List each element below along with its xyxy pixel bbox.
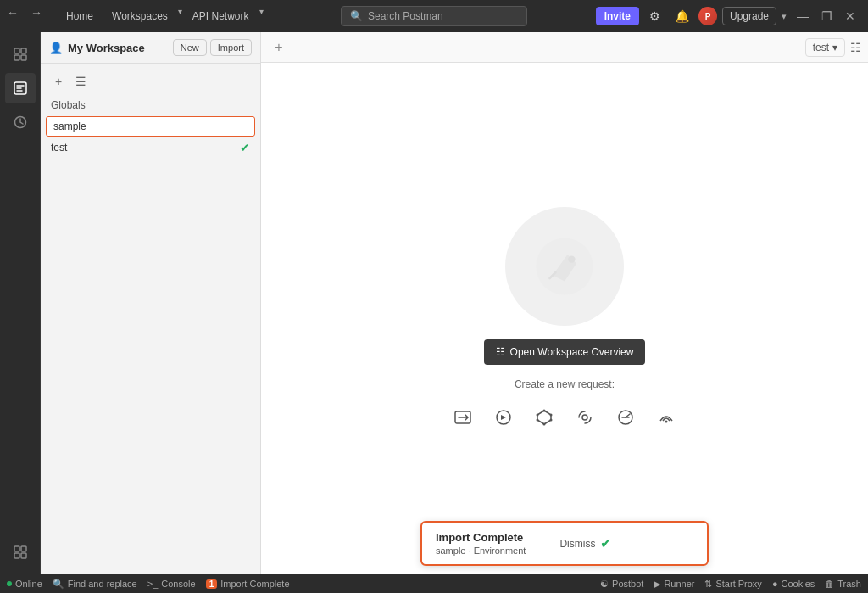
import-complete-label: Import Complete [220, 579, 289, 589]
postbot-label: Postbot [612, 579, 643, 589]
svg-rect-2 [14, 55, 19, 60]
proxy-status[interactable]: ⇅ Start Proxy [704, 579, 761, 590]
env-active-check: ✔ [240, 141, 250, 154]
trash-label: Trash [837, 579, 861, 589]
socketio-request-button[interactable] [612, 404, 639, 431]
svg-point-19 [537, 418, 539, 421]
grpc-request-button[interactable] [490, 404, 517, 431]
proxy-icon: ⇅ [704, 579, 712, 590]
svg-rect-0 [14, 48, 19, 53]
api-network-arrow: ▾ [259, 7, 264, 25]
tab-workspaces[interactable]: Workspaces [103, 7, 176, 25]
panel-actions: New Import [173, 39, 252, 56]
runner-status[interactable]: ▶ Runner [654, 579, 694, 590]
svg-rect-1 [21, 48, 26, 53]
new-tab-button[interactable]: + [268, 36, 290, 59]
empty-state: ☷ Open Workspace Overview Create a new r… [261, 63, 868, 574]
create-new-request-label: Create a new request: [515, 378, 615, 390]
sidebar-item-history[interactable] [5, 107, 36, 137]
import-notification: Import Complete sample · Environment Dis… [420, 521, 709, 566]
titlebar: ← → Home Workspaces ▾ API Network ▾ 🔍 Se… [0, 0, 868, 32]
nav-forward-button[interactable]: → [31, 6, 51, 26]
console-label: Console [161, 579, 195, 589]
import-item: sample [436, 545, 465, 556]
main-content: + test ▾ ☷ ☷ Open Workspace Overview [261, 32, 868, 574]
import-subtitle: sample · Environment [436, 545, 526, 556]
upgrade-arrow: ▾ [782, 11, 787, 22]
dismiss-button[interactable]: Dismiss ✔ [559, 535, 611, 551]
graphql-request-button[interactable] [531, 404, 558, 431]
create-request-icons [449, 404, 680, 431]
workspaces-arrow: ▾ [178, 7, 182, 25]
runner-icon: ▶ [654, 579, 660, 590]
titlebar-right: Invite ⚙ 🔔 P Upgrade ▾ — ❐ ✕ [576, 5, 861, 27]
console-status[interactable]: >_ Console [147, 579, 196, 589]
titlebar-center: 🔍 Search Postman [292, 6, 576, 26]
console-icon: >_ [147, 579, 159, 589]
svg-point-24 [665, 420, 668, 422]
sidebar-item-collections[interactable] [5, 39, 36, 70]
mqtt-request-button[interactable] [653, 404, 680, 431]
search-bar[interactable]: 🔍 Search Postman [341, 6, 527, 26]
left-panel: 👤 My Workspace New Import + ☰ Globals sa… [41, 32, 261, 574]
close-button[interactable]: ✕ [839, 5, 861, 27]
trash-icon: 🗑 [825, 579, 834, 589]
nav-back-button[interactable]: ← [7, 6, 27, 26]
http-request-button[interactable] [449, 404, 476, 431]
import-title: Import Complete [436, 531, 526, 544]
svg-rect-7 [21, 546, 26, 551]
main-tab-bar: + test ▾ ☷ [261, 32, 868, 63]
online-status[interactable]: Online [7, 579, 42, 589]
filter-env-button[interactable]: ☰ [71, 72, 90, 91]
env-selector-label: test [813, 42, 829, 53]
env-toolbar: + ☰ [41, 69, 260, 94]
trash-status[interactable]: 🗑 Trash [825, 579, 861, 589]
invite-button[interactable]: Invite [596, 7, 639, 25]
tab-home[interactable]: Home [58, 7, 102, 25]
overview-icon: ☷ [496, 346, 505, 358]
titlebar-left: ← → Home Workspaces ▾ API Network ▾ [7, 6, 292, 26]
env-item-sample[interactable]: sample [46, 116, 255, 137]
dismiss-check-icon: ✔ [600, 535, 611, 551]
import-button[interactable]: Import [210, 39, 252, 56]
add-env-button[interactable]: + [49, 72, 68, 91]
svg-point-15 [543, 409, 546, 411]
svg-point-17 [550, 418, 553, 421]
sidebar-item-apps[interactable] [5, 537, 36, 568]
minimize-button[interactable]: — [792, 5, 814, 27]
sidebar-icons [0, 32, 41, 574]
notifications-icon-button[interactable]: 🔔 [671, 5, 693, 27]
env-item-test[interactable]: test ✔ [41, 137, 260, 159]
svg-point-21 [582, 415, 587, 420]
env-globals-section[interactable]: Globals [41, 94, 260, 116]
empty-state-icon [505, 207, 624, 326]
postbot-status[interactable]: ☯ Postbot [600, 579, 643, 590]
new-button[interactable]: New [173, 39, 207, 56]
find-replace-status[interactable]: 🔍 Find and replace [53, 579, 137, 590]
env-selector-arrow: ▾ [832, 42, 837, 53]
import-complete-status[interactable]: 1 Import Complete [206, 579, 290, 589]
websocket-request-button[interactable] [571, 404, 598, 431]
svg-point-20 [537, 413, 539, 416]
svg-point-11 [568, 255, 575, 262]
cookies-status[interactable]: ● Cookies [772, 579, 815, 589]
sidebar-item-environments[interactable] [5, 73, 36, 103]
maximize-button[interactable]: ❐ [815, 5, 837, 27]
titlebar-tabs: Home Workspaces ▾ API Network ▾ [58, 7, 264, 25]
import-info: Import Complete sample · Environment [436, 531, 526, 556]
tab-api-network[interactable]: API Network [184, 7, 258, 25]
svg-rect-6 [14, 546, 19, 551]
settings-icon-button[interactable]: ⚙ [644, 5, 666, 27]
env-item-sample-name: sample [53, 120, 86, 132]
env-selector[interactable]: test ▾ [805, 38, 845, 57]
avatar[interactable]: P [698, 7, 717, 25]
svg-point-18 [543, 422, 546, 425]
workspace-title: 👤 My Workspace [49, 42, 145, 54]
online-label: Online [15, 579, 42, 589]
open-workspace-overview-button[interactable]: ☷ Open Workspace Overview [484, 339, 646, 365]
window-controls: — ❐ ✕ [792, 5, 861, 27]
postbot-icon: ☯ [600, 579, 609, 590]
dismiss-label: Dismiss [559, 538, 595, 550]
tab-grid-button[interactable]: ☷ [850, 41, 861, 54]
upgrade-button[interactable]: Upgrade [722, 7, 776, 25]
